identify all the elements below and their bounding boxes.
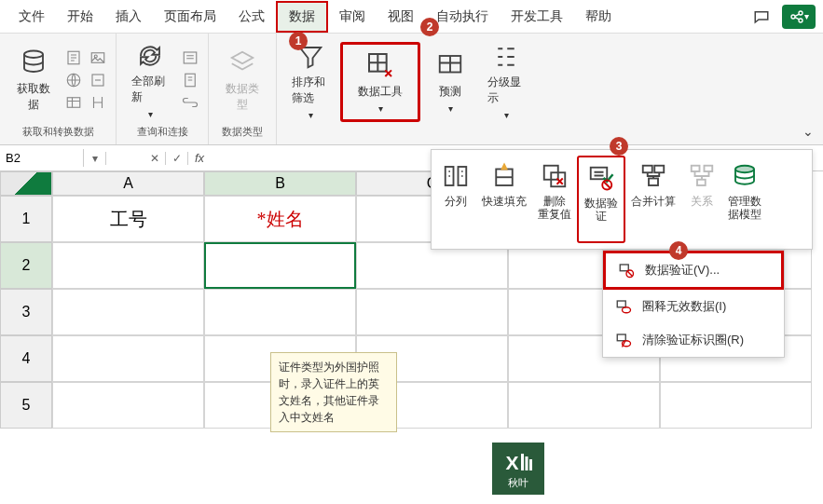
submenu-clear-circles-label: 清除验证标识圈(R) [642, 332, 744, 348]
refresh-all-label: 全部刷新 [131, 74, 169, 105]
refresh-all-button[interactable]: 全部刷新 ▾ [124, 40, 176, 120]
chevron-down-icon: ▾ [309, 110, 313, 120]
comments-button[interactable] [745, 5, 778, 29]
row-header-3[interactable]: 3 [0, 289, 52, 335]
data-tools-dropdown: 分列 快速填充 删除 重复值 数据验 证 合并计算 关系 管理数 据模型 [431, 149, 813, 250]
data-type-button: 数据类 型 [216, 40, 268, 120]
cell-b1[interactable]: *姓名 [204, 196, 356, 242]
flash-fill-button[interactable]: 快速填充 [476, 156, 532, 243]
chevron-down-icon: ▾ [378, 103, 383, 114]
menu-data[interactable]: 数据 [276, 1, 328, 33]
select-all-corner[interactable] [0, 171, 52, 196]
cell-b3[interactable] [204, 289, 356, 335]
split-col-label: 分列 [445, 195, 467, 208]
name-box[interactable]: B2 [0, 149, 84, 167]
cell-d5[interactable] [508, 382, 660, 429]
chevron-down-icon: ▾ [504, 110, 509, 120]
row-header-1[interactable]: 1 [0, 196, 52, 242]
data-model-button[interactable]: 管理数 据模型 [722, 156, 767, 243]
row-header-5[interactable]: 5 [0, 382, 52, 429]
queries-icon[interactable] [180, 48, 200, 68]
row-header-4[interactable]: 4 [0, 335, 52, 382]
menu-layout[interactable]: 页面布局 [153, 3, 227, 31]
remove-dup-label: 删除 重复值 [538, 195, 571, 222]
data-validation-submenu: 数据验证(V)... 圈释无效数据(I) 清除验证标识圈(R) [602, 250, 785, 358]
submenu-circle-invalid[interactable]: 圈释无效数据(I) [603, 290, 784, 323]
svg-point-3 [24, 51, 43, 59]
consolidate-button[interactable]: 合并计算 [625, 156, 681, 243]
from-text-icon[interactable] [63, 48, 84, 68]
cell-c3[interactable] [356, 289, 508, 335]
cell-a5[interactable] [52, 382, 204, 429]
remove-duplicates-button[interactable]: 删除 重复值 [532, 156, 577, 243]
cell-a3[interactable] [52, 289, 204, 335]
menu-view[interactable]: 视图 [377, 3, 425, 31]
text-to-columns-button[interactable]: 分列 [435, 156, 476, 243]
col-header-b[interactable]: B [204, 171, 356, 196]
data-model-label: 管理数 据模型 [728, 195, 761, 222]
menu-review[interactable]: 审阅 [328, 3, 377, 31]
recent-sources-icon[interactable] [88, 70, 108, 90]
data-valid-label: 数据验 证 [584, 197, 618, 224]
ribbon: 获取数 据 获取和转换数据 全部刷新 ▾ [0, 34, 823, 145]
data-valid-menu-icon [617, 261, 636, 279]
input-message-tooltip: 证件类型为外国护照时，录入证件上的英文姓名，其他证件录入中文姓名 [270, 352, 397, 432]
fx-icon[interactable]: fx [188, 151, 211, 165]
data-tools-icon [365, 50, 395, 80]
from-web-icon[interactable] [63, 70, 84, 90]
get-data-label: 获取数 据 [17, 81, 50, 113]
svg-rect-24 [692, 166, 700, 171]
cell-b2[interactable] [204, 242, 356, 289]
annotation-2: 2 [420, 18, 439, 36]
consolidate-icon [638, 159, 668, 193]
cell-e5[interactable] [660, 382, 812, 429]
cell-a4[interactable] [52, 335, 204, 382]
sort-filter-button[interactable]: 排序和筛选 ▾ [284, 42, 336, 122]
svg-rect-32 [617, 334, 625, 341]
data-type-label: 数据类 型 [226, 81, 259, 113]
flash-fill-icon [489, 159, 519, 193]
logo-text: 秋叶 [508, 476, 528, 490]
edit-links-icon[interactable] [180, 92, 200, 113]
menu-insert[interactable]: 插入 [104, 3, 153, 31]
chevron-down-icon: ▾ [448, 103, 453, 114]
group-query-connect: 查询和连接 [137, 123, 188, 141]
submenu-clear-circles[interactable]: 清除验证标识圈(R) [603, 323, 784, 357]
circle-invalid-icon [614, 297, 633, 316]
enter-formula-icon[interactable]: ✓ [166, 152, 188, 165]
data-tools-button[interactable]: 数据工具 ▾ [340, 42, 420, 122]
submenu-data-valid-label: 数据验证(V)... [645, 262, 720, 279]
from-picture-icon[interactable] [88, 48, 108, 68]
cell-a1[interactable]: 工号 [52, 196, 204, 242]
clear-circles-icon [614, 331, 633, 349]
svg-rect-22 [654, 166, 664, 173]
menu-formula[interactable]: 公式 [227, 3, 276, 31]
submenu-circle-invalid-label: 圈释无效数据(I) [642, 298, 726, 315]
svg-point-31 [623, 307, 631, 313]
col-header-a[interactable]: A [52, 171, 204, 196]
svg-rect-37 [526, 456, 528, 470]
from-table-icon[interactable] [63, 92, 84, 113]
cell-a2[interactable] [52, 242, 204, 289]
outline-button[interactable]: 分级显示 ▾ [480, 42, 532, 122]
forecast-button[interactable]: 预测 ▾ [424, 42, 476, 122]
existing-connections-icon[interactable] [88, 92, 108, 113]
group-data-type: 数据类型 [222, 123, 263, 141]
menu-dev[interactable]: 开发工具 [500, 3, 574, 31]
row-header-2[interactable]: 2 [0, 242, 52, 289]
share-button[interactable]: ▾ [782, 5, 816, 29]
menu-file[interactable]: 文件 [7, 3, 56, 31]
svg-rect-30 [617, 301, 625, 307]
cancel-formula-icon[interactable]: ✕ [144, 152, 166, 165]
get-data-button[interactable]: 获取数 据 [7, 40, 60, 120]
svg-rect-6 [67, 98, 80, 108]
refresh-icon [135, 42, 165, 70]
namebox-dchevron-down-icon[interactable]: ▾ [84, 152, 106, 165]
svg-rect-23 [649, 179, 658, 186]
ribbon-collapse-icon[interactable]: ⌄ [802, 124, 814, 139]
submenu-data-validation[interactable]: 数据验证(V)... [603, 251, 784, 290]
menu-home[interactable]: 开始 [56, 3, 104, 31]
properties-icon[interactable] [180, 70, 200, 90]
menu-help[interactable]: 帮助 [574, 3, 623, 31]
data-validation-button[interactable]: 数据验 证 [577, 156, 625, 243]
